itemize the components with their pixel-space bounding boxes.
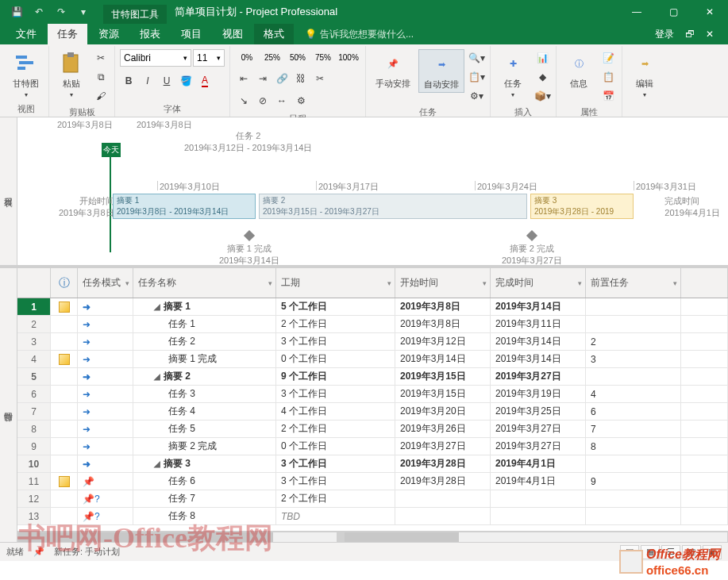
font-size-combo[interactable]: 11▾: [193, 49, 225, 67]
cell-indicator[interactable]: [51, 316, 78, 332]
row-id[interactable]: 13: [17, 508, 51, 524]
cell-name[interactable]: 任务 4: [133, 403, 276, 420]
cell-finish[interactable]: 2019年3月27日: [491, 438, 586, 455]
cell-mode[interactable]: 📌: [78, 473, 133, 490]
cell-finish[interactable]: 2019年3月11日: [491, 316, 586, 332]
header-name[interactable]: 任务名称▾: [133, 268, 276, 298]
cell-finish[interactable]: [491, 508, 586, 524]
cell-start[interactable]: 2019年3月12日: [395, 333, 491, 350]
tab-format[interactable]: 格式: [254, 24, 294, 44]
cell-finish[interactable]: 2019年4月1日: [491, 455, 586, 472]
cell-mode[interactable]: ➜: [78, 421, 133, 437]
view-report-icon[interactable]: ▣: [703, 545, 722, 559]
move-button[interactable]: ↔: [273, 92, 291, 109]
cell-mode[interactable]: ➜: [78, 351, 133, 367]
cell-finish[interactable]: 2019年3月27日: [491, 368, 586, 385]
insert-task-button[interactable]: ✚ 任务 ▾: [495, 49, 530, 100]
cell-predecessors[interactable]: 8: [586, 438, 681, 455]
close-button[interactable]: ✕: [691, 0, 728, 24]
collapse-arrow-icon[interactable]: ◢: [154, 459, 162, 468]
collapse-arrow-icon[interactable]: ◢: [154, 372, 162, 381]
cell-duration[interactable]: 0 个工作日: [276, 351, 395, 367]
cell-start[interactable]: 2019年3月28日: [395, 455, 491, 472]
outdent-button[interactable]: ⇤: [235, 70, 252, 87]
cell-predecessors[interactable]: 4: [586, 386, 681, 402]
cell-chart[interactable]: [681, 473, 728, 490]
cell-name[interactable]: 任务 2: [133, 333, 276, 350]
link-button[interactable]: 🔗: [273, 70, 291, 87]
cell-predecessors[interactable]: [586, 368, 681, 385]
right-scrollbar[interactable]: [344, 532, 728, 543]
move-task-button[interactable]: 📋▾: [468, 68, 485, 86]
view-team-icon[interactable]: ☰: [661, 545, 680, 559]
cell-duration[interactable]: 3 个工作日: [276, 386, 395, 402]
row-id[interactable]: 1: [17, 298, 51, 315]
fill-color-button[interactable]: 🪣: [177, 72, 195, 90]
left-scrollbar[interactable]: [17, 532, 337, 543]
cell-chart[interactable]: [681, 316, 728, 332]
cell-indicator[interactable]: [51, 438, 78, 455]
auto-schedule-button[interactable]: ➡ 自动安排: [418, 49, 464, 93]
cell-name[interactable]: 摘要 2 完成: [133, 438, 276, 455]
cell-mode[interactable]: ➜: [78, 438, 133, 455]
table-row[interactable]: 7➜任务 44 个工作日2019年3月20日2019年3月25日6: [17, 403, 728, 421]
split-button[interactable]: ✂: [311, 70, 329, 87]
cell-mode[interactable]: ➜: [78, 403, 133, 420]
cell-mode[interactable]: ➜: [78, 298, 133, 315]
table-row[interactable]: 4➜摘要 1 完成0 个工作日2019年3月14日2019年3月14日3: [17, 351, 728, 368]
close-subwindow-icon[interactable]: ✕: [706, 29, 714, 40]
cell-predecessors[interactable]: [586, 490, 681, 507]
splitter[interactable]: [337, 532, 344, 542]
undo-icon[interactable]: ↶: [30, 3, 48, 21]
restore-button[interactable]: ▢: [655, 0, 691, 24]
cell-finish[interactable]: 2019年3月14日: [491, 351, 586, 367]
header-mode[interactable]: 任务模式▾: [78, 268, 133, 298]
inspect-button[interactable]: 🔍▾: [468, 49, 485, 67]
cell-finish[interactable]: 2019年3月14日: [491, 333, 586, 350]
cell-finish[interactable]: 2019年3月25日: [491, 403, 586, 420]
cell-finish[interactable]: 2019年4月1日: [491, 473, 586, 490]
gantt-view-button[interactable]: 甘特图 ▾: [8, 49, 44, 100]
cell-predecessors[interactable]: 3: [586, 351, 681, 367]
cell-indicator[interactable]: [51, 351, 78, 367]
pct-100-button[interactable]: 100%: [337, 49, 360, 65]
task-mode-button[interactable]: ⚙▾: [468, 87, 485, 105]
tab-resource[interactable]: 资源: [89, 24, 129, 44]
cell-start[interactable]: [395, 490, 491, 507]
cell-indicator[interactable]: [51, 333, 78, 350]
cell-start[interactable]: 2019年3月8日: [395, 316, 491, 332]
details-button[interactable]: 📋: [599, 68, 617, 86]
cell-mode[interactable]: 📌?: [78, 490, 133, 507]
cell-chart[interactable]: [681, 438, 728, 455]
summary-button[interactable]: 📊: [533, 49, 551, 67]
cell-indicator[interactable]: [51, 455, 78, 472]
header-predecessors[interactable]: 前置任务▾: [586, 268, 681, 298]
header-id[interactable]: [17, 268, 51, 298]
header-start[interactable]: 开始时间▾: [395, 268, 491, 298]
cell-indicator[interactable]: [51, 508, 78, 524]
cell-mode[interactable]: 📌?: [78, 508, 133, 524]
tell-me-search[interactable]: 💡 告诉我您想要做什么...: [305, 28, 414, 41]
row-id[interactable]: 10: [17, 455, 51, 472]
cell-start[interactable]: 2019年3月8日: [395, 298, 491, 315]
cell-chart[interactable]: [681, 333, 728, 350]
timeline-bar-summary3[interactable]: 摘要 3 2019年3月28日 - 2019: [530, 194, 634, 219]
row-id[interactable]: 6: [17, 386, 51, 402]
cell-mode[interactable]: ➜: [78, 455, 133, 472]
cell-indicator[interactable]: [51, 368, 78, 385]
unlink-button[interactable]: ⛓: [292, 70, 310, 87]
format-painter-button[interactable]: 🖌: [92, 87, 110, 105]
table-row[interactable]: 13📌?任务 8TBD: [17, 508, 728, 525]
font-name-combo[interactable]: Calibri▾: [120, 49, 191, 67]
row-id[interactable]: 8: [17, 421, 51, 437]
cell-name[interactable]: 任务 6: [133, 473, 276, 490]
table-row[interactable]: 12📌?任务 72 个工作日: [17, 490, 728, 508]
header-finish[interactable]: 完成时间▾: [491, 268, 586, 298]
grid-body[interactable]: 1➜◢摘要 15 个工作日2019年3月8日2019年3月14日2➜任务 12 …: [17, 298, 728, 531]
table-row[interactable]: 10➜◢摘要 33 个工作日2019年3月28日2019年4月1日: [17, 455, 728, 473]
cell-mode[interactable]: ➜: [78, 368, 133, 385]
cell-duration[interactable]: 2 个工作日: [276, 316, 395, 332]
mode-button[interactable]: ⚙: [292, 92, 310, 109]
paste-button[interactable]: 粘贴 ▾: [54, 49, 89, 100]
cell-name[interactable]: 任务 5: [133, 421, 276, 437]
